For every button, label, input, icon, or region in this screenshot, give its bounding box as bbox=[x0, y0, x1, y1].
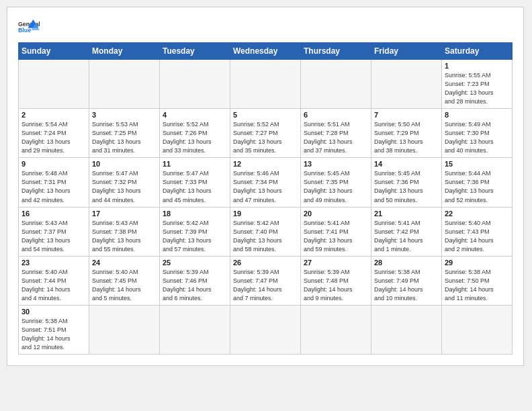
calendar-cell: 24Sunrise: 5:40 AMSunset: 7:45 PMDayligh… bbox=[89, 256, 160, 305]
calendar-cell bbox=[19, 60, 89, 109]
day-number: 22 bbox=[445, 210, 509, 218]
day-info: Sunrise: 5:39 AMSunset: 7:48 PMDaylight:… bbox=[304, 268, 368, 303]
calendar-cell: 7Sunrise: 5:50 AMSunset: 7:29 PMDaylight… bbox=[371, 109, 442, 158]
day-number: 3 bbox=[92, 111, 157, 119]
day-info: Sunrise: 5:41 AMSunset: 7:41 PMDaylight:… bbox=[304, 219, 368, 254]
calendar-cell: 18Sunrise: 5:42 AMSunset: 7:39 PMDayligh… bbox=[160, 207, 230, 256]
weekday-header-row: SundayMondayTuesdayWednesdayThursdayFrid… bbox=[19, 43, 513, 60]
day-number: 27 bbox=[304, 259, 368, 267]
day-info: Sunrise: 5:38 AMSunset: 7:51 PMDaylight:… bbox=[21, 317, 86, 352]
day-info: Sunrise: 5:38 AMSunset: 7:49 PMDaylight:… bbox=[374, 268, 439, 303]
calendar-cell bbox=[160, 60, 230, 109]
calendar-cell: 12Sunrise: 5:46 AMSunset: 7:34 PMDayligh… bbox=[230, 158, 301, 207]
calendar-cell: 2Sunrise: 5:54 AMSunset: 7:24 PMDaylight… bbox=[19, 109, 89, 158]
day-number: 9 bbox=[21, 160, 86, 168]
calendar-cell: 29Sunrise: 5:38 AMSunset: 7:50 PMDayligh… bbox=[442, 256, 513, 305]
calendar-table: SundayMondayTuesdayWednesdayThursdayFrid… bbox=[18, 42, 513, 355]
day-info: Sunrise: 5:49 AMSunset: 7:30 PMDaylight:… bbox=[445, 120, 509, 155]
day-info: Sunrise: 5:41 AMSunset: 7:42 PMDaylight:… bbox=[374, 219, 439, 254]
day-number: 1 bbox=[445, 62, 509, 70]
calendar-cell: 25Sunrise: 5:39 AMSunset: 7:46 PMDayligh… bbox=[160, 256, 230, 305]
calendar-cell: 16Sunrise: 5:43 AMSunset: 7:37 PMDayligh… bbox=[19, 207, 89, 256]
day-info: Sunrise: 5:42 AMSunset: 7:39 PMDaylight:… bbox=[163, 219, 227, 254]
day-number: 10 bbox=[92, 160, 157, 168]
calendar-cell bbox=[301, 60, 371, 109]
day-number: 15 bbox=[445, 160, 509, 168]
calendar-cell bbox=[442, 305, 513, 354]
day-number: 21 bbox=[374, 210, 439, 218]
day-info: Sunrise: 5:45 AMSunset: 7:35 PMDaylight:… bbox=[304, 169, 368, 204]
week-row-4: 16Sunrise: 5:43 AMSunset: 7:37 PMDayligh… bbox=[19, 207, 513, 256]
week-row-3: 9Sunrise: 5:48 AMSunset: 7:31 PMDaylight… bbox=[19, 158, 513, 207]
day-number: 19 bbox=[233, 210, 298, 218]
day-info: Sunrise: 5:55 AMSunset: 7:23 PMDaylight:… bbox=[445, 71, 509, 106]
calendar-cell: 23Sunrise: 5:40 AMSunset: 7:44 PMDayligh… bbox=[19, 256, 89, 305]
calendar-cell: 17Sunrise: 5:43 AMSunset: 7:38 PMDayligh… bbox=[89, 207, 160, 256]
day-info: Sunrise: 5:52 AMSunset: 7:26 PMDaylight:… bbox=[163, 120, 227, 155]
calendar-cell: 30Sunrise: 5:38 AMSunset: 7:51 PMDayligh… bbox=[19, 305, 89, 354]
day-info: Sunrise: 5:47 AMSunset: 7:33 PMDaylight:… bbox=[163, 169, 227, 204]
week-row-2: 2Sunrise: 5:54 AMSunset: 7:24 PMDaylight… bbox=[19, 109, 513, 158]
day-number: 29 bbox=[445, 259, 509, 267]
day-info: Sunrise: 5:45 AMSunset: 7:36 PMDaylight:… bbox=[374, 169, 439, 204]
calendar-cell: 9Sunrise: 5:48 AMSunset: 7:31 PMDaylight… bbox=[19, 158, 89, 207]
day-number: 7 bbox=[374, 111, 439, 119]
day-number: 17 bbox=[92, 210, 157, 218]
week-row-5: 23Sunrise: 5:40 AMSunset: 7:44 PMDayligh… bbox=[19, 256, 513, 305]
day-info: Sunrise: 5:51 AMSunset: 7:28 PMDaylight:… bbox=[304, 120, 368, 155]
calendar-cell: 27Sunrise: 5:39 AMSunset: 7:48 PMDayligh… bbox=[301, 256, 371, 305]
week-row-6: 30Sunrise: 5:38 AMSunset: 7:51 PMDayligh… bbox=[19, 305, 513, 354]
calendar-cell: 10Sunrise: 5:47 AMSunset: 7:32 PMDayligh… bbox=[89, 158, 160, 207]
day-info: Sunrise: 5:38 AMSunset: 7:50 PMDaylight:… bbox=[445, 268, 509, 303]
day-info: Sunrise: 5:39 AMSunset: 7:47 PMDaylight:… bbox=[233, 268, 298, 303]
day-info: Sunrise: 5:42 AMSunset: 7:40 PMDaylight:… bbox=[233, 219, 298, 254]
calendar-cell bbox=[230, 60, 301, 109]
weekday-header-friday: Friday bbox=[371, 43, 442, 60]
calendar-cell bbox=[89, 305, 160, 354]
day-number: 14 bbox=[374, 160, 439, 168]
calendar-cell bbox=[371, 60, 442, 109]
day-number: 24 bbox=[92, 259, 157, 267]
calendar-cell bbox=[89, 60, 160, 109]
calendar-cell: 1Sunrise: 5:55 AMSunset: 7:23 PMDaylight… bbox=[442, 60, 513, 109]
calendar-cell: 19Sunrise: 5:42 AMSunset: 7:40 PMDayligh… bbox=[230, 207, 301, 256]
calendar-cell: 20Sunrise: 5:41 AMSunset: 7:41 PMDayligh… bbox=[301, 207, 371, 256]
calendar-cell: 3Sunrise: 5:53 AMSunset: 7:25 PMDaylight… bbox=[89, 109, 160, 158]
weekday-header-monday: Monday bbox=[89, 43, 160, 60]
day-number: 12 bbox=[233, 160, 298, 168]
day-info: Sunrise: 5:46 AMSunset: 7:34 PMDaylight:… bbox=[233, 169, 298, 204]
calendar-cell: 8Sunrise: 5:49 AMSunset: 7:30 PMDaylight… bbox=[442, 109, 513, 158]
day-number: 6 bbox=[304, 111, 368, 119]
logo-icon: General Blue bbox=[18, 18, 40, 37]
day-info: Sunrise: 5:50 AMSunset: 7:29 PMDaylight:… bbox=[374, 120, 439, 155]
day-info: Sunrise: 5:54 AMSunset: 7:24 PMDaylight:… bbox=[21, 120, 86, 155]
calendar-cell bbox=[230, 305, 301, 354]
logo: General Blue bbox=[18, 18, 40, 37]
calendar-cell bbox=[160, 305, 230, 354]
weekday-header-sunday: Sunday bbox=[19, 43, 89, 60]
day-number: 26 bbox=[233, 259, 298, 267]
calendar-cell: 6Sunrise: 5:51 AMSunset: 7:28 PMDaylight… bbox=[301, 109, 371, 158]
weekday-header-saturday: Saturday bbox=[442, 43, 513, 60]
day-number: 28 bbox=[374, 259, 439, 267]
day-info: Sunrise: 5:44 AMSunset: 7:36 PMDaylight:… bbox=[445, 169, 509, 204]
calendar-cell: 11Sunrise: 5:47 AMSunset: 7:33 PMDayligh… bbox=[160, 158, 230, 207]
calendar-cell: 15Sunrise: 5:44 AMSunset: 7:36 PMDayligh… bbox=[442, 158, 513, 207]
day-number: 20 bbox=[304, 210, 368, 218]
day-number: 18 bbox=[163, 210, 227, 218]
calendar-cell: 13Sunrise: 5:45 AMSunset: 7:35 PMDayligh… bbox=[301, 158, 371, 207]
calendar-page: General Blue SundayMondayTuesdayWednesda… bbox=[7, 7, 524, 366]
day-info: Sunrise: 5:40 AMSunset: 7:43 PMDaylight:… bbox=[445, 219, 509, 254]
calendar-cell: 22Sunrise: 5:40 AMSunset: 7:43 PMDayligh… bbox=[442, 207, 513, 256]
calendar-cell: 26Sunrise: 5:39 AMSunset: 7:47 PMDayligh… bbox=[230, 256, 301, 305]
calendar-cell: 21Sunrise: 5:41 AMSunset: 7:42 PMDayligh… bbox=[371, 207, 442, 256]
day-number: 25 bbox=[163, 259, 227, 267]
calendar-cell: 28Sunrise: 5:38 AMSunset: 7:49 PMDayligh… bbox=[371, 256, 442, 305]
day-number: 2 bbox=[21, 111, 86, 119]
day-number: 30 bbox=[21, 308, 86, 316]
day-info: Sunrise: 5:43 AMSunset: 7:38 PMDaylight:… bbox=[92, 219, 157, 254]
calendar-cell bbox=[371, 305, 442, 354]
calendar-cell: 4Sunrise: 5:52 AMSunset: 7:26 PMDaylight… bbox=[160, 109, 230, 158]
week-row-1: 1Sunrise: 5:55 AMSunset: 7:23 PMDaylight… bbox=[19, 60, 513, 109]
day-number: 11 bbox=[163, 160, 227, 168]
